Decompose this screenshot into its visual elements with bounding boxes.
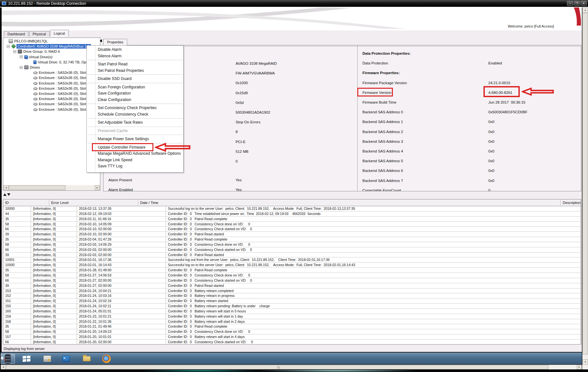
log-row[interactable]: 39 [Information, 0] 2018-01-27, 02:00:00… [3,283,581,288]
firefox-button[interactable] [97,354,116,364]
tree-expander-icon[interactable] [13,50,16,53]
context-menu-item[interactable]: Scan Foreign Configuration [87,84,183,91]
minimize-button[interactable]: ─ [567,1,573,6]
start-button[interactable] [19,354,34,364]
file-explorer-button[interactable] [80,354,94,364]
context-menu-item[interactable]: Disable Alarm [87,47,183,53]
tree-horizontal-scrollbar[interactable]: ◄ ► [4,185,100,190]
server-manager-button[interactable] [40,354,54,364]
tree-item[interactable]: Enclosure : SAS3x36 (0), Slot: 4, [4,91,100,96]
tree-item[interactable]: Controller0: AVAGO 3108 MegaRAID(Bus 1,D [4,44,100,49]
log-column-header[interactable]: Error Level [49,199,138,206]
context-menu-item[interactable]: Set Adjustable Task Rates [87,119,183,126]
log-row[interactable]: 35 [Information, 0] 2018-01-28, 01:49:00… [3,268,581,273]
splitter-down-icon[interactable] [7,193,10,196]
context-menu-item[interactable]: Silence Alarm [87,53,183,60]
close-button[interactable]: ✕ [581,1,587,6]
volume-muted-icon[interactable] [1,356,5,361]
tree-item[interactable]: Enclosure : SAS3x36 (0), Slot: 1, [4,75,100,80]
scroll-down-icon[interactable]: ▼ [582,359,588,365]
log-cell-description: Successful log out from the server User:… [166,257,581,262]
context-menu-item[interactable]: Save TTY Log [87,163,183,170]
tree-item[interactable]: Drive Group: 0, RAID 6 [4,49,100,54]
context-menu-item[interactable]: Manage Power Save Settings [87,136,183,142]
log-row[interactable]: 39 [Information, 0] 2018-02-03, 02:00:00… [3,253,581,258]
log-row[interactable]: 66 [Information, 0] 2018-02-03, 02:00:00… [3,247,581,253]
tab-logical[interactable]: Logical [50,30,69,37]
tree-item[interactable]: Enclosure : SAS3x36 (0), Slot: 7, [4,107,100,112]
context-menu-item[interactable]: Manage Link Speed [87,157,183,163]
tree-item[interactable]: Enclosure : SAS3x36 (0), Slot: 6, [4,101,100,107]
tree-item[interactable]: Drives [4,65,100,70]
tree-item[interactable]: PELCO-9NBQ817QL [4,39,100,44]
log-row[interactable]: 35 [Information, 0] 2018-02-11, 01:48:16… [3,217,581,222]
log-row[interactable]: 35 [Information, 0] 2018-02-04, 01:47:26… [3,237,581,242]
tree-expander-icon[interactable] [20,55,23,58]
context-menu-item[interactable]: Manage MegaRAID Advanced Software Option… [87,151,183,157]
context-menu-item[interactable]: Set Patrol Read Properties [87,68,183,74]
scrollbar-thumb[interactable] [6,365,549,369]
log-row[interactable]: 153 [Information, 0] 2018-01-24, 10:04:2… [3,288,581,294]
context-menu-item[interactable]: Update Controller Firmware [87,144,183,151]
scrollbar-thumb[interactable] [582,13,588,355]
splitter-up-icon[interactable] [3,193,6,196]
context-menu-item[interactable]: Save Configuration [87,90,183,97]
log-row[interactable]: 58 [Information, 0] 2018-02-03, 14:05:29… [3,242,581,247]
log-cell-error-level: [Information, 0] [31,329,77,334]
rdp-horizontal-scrollbar[interactable]: ◄ ► [1,365,582,369]
tree-item[interactable]: Enclosure : SAS3x36 (0), Slot: 5, [4,96,100,101]
tree-item[interactable]: Enclosure : SAS3x36 (0), Slot: 3, [4,86,100,91]
log-row[interactable]: 10000 [Information, 0] 2018-02-13, 13:37… [3,206,581,211]
tree-expander-icon[interactable] [20,66,23,69]
properties-tab[interactable]: Properties [103,39,127,45]
log-column-header[interactable]: Description [561,199,581,206]
scroll-left-icon[interactable]: ◄ [4,185,8,190]
log-row[interactable]: 35 [Information, 0] 2018-01-21, 01:49:46… [3,324,581,329]
log-cell-id: 157 [3,334,31,339]
context-menu-item[interactable]: Preserved Cache [87,128,183,134]
tree-item[interactable]: Enclosure : SAS3x36 (0), Slot: 2, [4,81,100,86]
context-menu-item[interactable]: Clear Configuration [87,97,183,103]
tree-item[interactable]: Virtual Drive(s): [4,54,100,60]
log-row[interactable]: 58 [Information, 0] 2018-01-20, 14:09:23… [3,329,581,334]
log-row[interactable]: 158 [Information, 0] 2018-01-22, 10:01:3… [3,319,581,324]
log-cell-error-level: [Information, 0] [31,299,77,303]
log-cell-error-level: [Information, 0] [31,222,77,227]
log-row[interactable]: 157 [Information, 0] 2018-01-20, 10:01:0… [3,334,581,340]
restore-button[interactable]: ❐ [574,1,580,6]
scroll-right-icon[interactable]: ► [95,185,100,190]
tree-expander-icon[interactable] [7,45,10,48]
log-row[interactable]: 66 [Information, 0] 2018-01-20, 02:00:00… [3,340,581,344]
scrollbar-thumb[interactable] [9,185,65,190]
log-row[interactable]: 155 [Information, 0] 2018-01-24, 10:02:1… [3,304,581,309]
context-menu-item[interactable]: Start Patrol Read [87,61,183,68]
tab-dashboard[interactable]: Dashboard [4,31,28,37]
context-menu-item[interactable]: Disable SSD Guard [87,76,183,82]
log-column-header[interactable]: ID [3,199,49,206]
context-menu-item[interactable]: Set Consistency Check Properties [87,105,183,111]
log-row[interactable]: 152 [Information, 0] 2018-01-24, 10:03:1… [3,293,581,299]
tree-item[interactable]: Virtual Drive: 0, 32.745 TB, Optim [4,60,100,65]
context-menu-item[interactable]: Schedule Consistency Check [87,111,183,118]
log-row[interactable]: 160 [Information, 0] 2018-01-24, 05:01:0… [3,309,581,314]
log-row[interactable]: 151 [Information, 0] 2018-01-24, 10:02:1… [3,299,581,304]
collapse-panel-icon[interactable] [100,39,102,42]
log-row[interactable]: 10001 [Information, 0] 2018-02-01, 16:17… [3,257,581,263]
log-panel-splitter[interactable] [3,193,13,197]
log-row[interactable]: 58 [Information, 0] 2018-02-10, 14:05:09… [3,222,581,227]
rdp-vertical-scrollbar[interactable]: ▲ ▼ [582,7,588,365]
scroll-left-icon[interactable]: ◄ [1,365,6,369]
tree-item[interactable]: Enclosure : SAS3x36 (0), Slot: 0, [4,70,100,75]
powershell-button[interactable] [59,354,73,364]
scroll-up-icon[interactable]: ▲ [582,7,588,13]
log-row[interactable]: 58 [Information, 0] 2018-01-27, 14:06:53… [3,273,581,278]
log-row[interactable]: 159 [Information, 0] 2018-01-23, 10:01:2… [3,314,581,319]
scroll-right-icon[interactable]: ► [577,365,582,369]
log-row[interactable]: 39 [Information, 0] 2018-02-10, 02:00:00… [3,232,581,237]
tab-physical[interactable]: Physical [29,31,50,37]
log-row[interactable]: 44 [Information, 0] 2018-02-12, 09:19:03… [3,211,581,217]
log-row[interactable]: 10000 [Information, 0] 2018-02-01, 16:14… [3,263,581,268]
log-row[interactable]: 66 [Information, 0] 2018-02-10, 02:00:00… [3,227,581,232]
log-row[interactable]: 66 [Information, 0] 2018-01-27, 02:00:00… [3,278,581,283]
log-column-header[interactable]: Date / Time [138,199,561,206]
